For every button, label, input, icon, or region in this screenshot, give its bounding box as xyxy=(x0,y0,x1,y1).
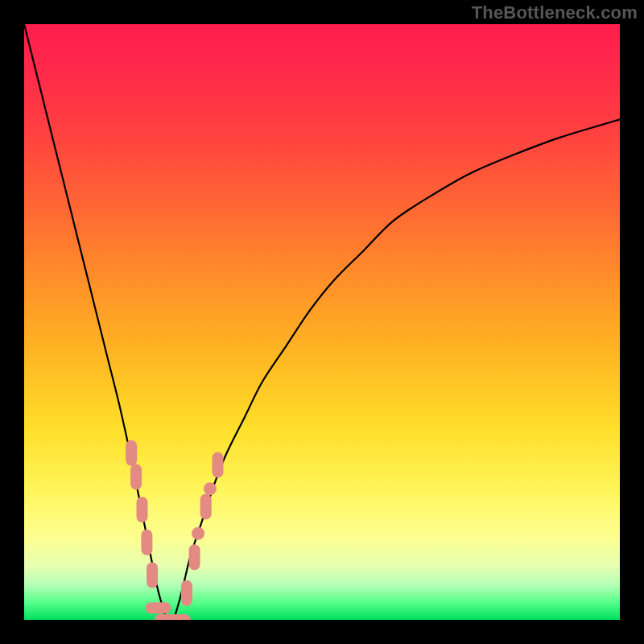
curve-marker xyxy=(137,497,148,522)
curve-marker xyxy=(130,464,142,489)
bottleneck-curve xyxy=(24,24,620,620)
curve-markers xyxy=(126,440,223,620)
curve-marker xyxy=(200,493,212,519)
plot-area xyxy=(24,24,620,620)
watermark-text: TheBottleneck.com xyxy=(472,2,638,23)
curve-layer xyxy=(24,24,620,620)
curve-marker xyxy=(141,530,152,555)
chart-frame: TheBottleneck.com xyxy=(0,0,644,644)
curve-marker xyxy=(126,440,137,466)
curve-marker xyxy=(189,544,200,570)
curve-marker xyxy=(146,602,171,613)
curve-marker xyxy=(213,452,224,478)
curve-marker xyxy=(204,482,217,495)
curve-marker xyxy=(147,563,158,588)
curve-marker xyxy=(181,580,192,606)
curve-marker xyxy=(192,527,204,540)
curve-marker xyxy=(165,614,191,620)
